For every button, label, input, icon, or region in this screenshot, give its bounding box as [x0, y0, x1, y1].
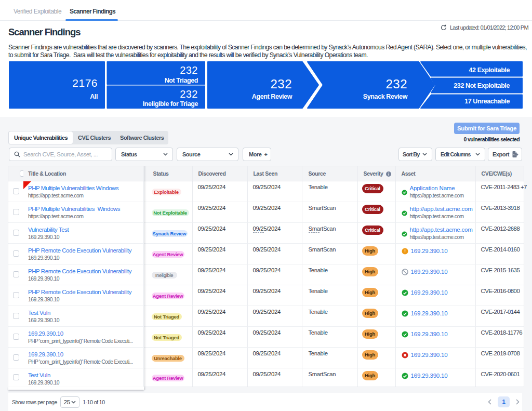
svg-text:Agent Review: Agent Review	[252, 93, 292, 100]
svg-text:232: 232	[180, 88, 198, 100]
svg-text:Ineligible for Triage: Ineligible for Triage	[143, 100, 198, 108]
svg-text:232: 232	[180, 64, 198, 76]
svg-text:All: All	[90, 93, 98, 100]
svg-text:Not Triaged: Not Triaged	[165, 77, 198, 84]
svg-text:17 Unreachable: 17 Unreachable	[464, 98, 510, 105]
svg-text:232: 232	[270, 77, 292, 91]
svg-text:232 Not Exploitable: 232 Not Exploitable	[454, 82, 510, 89]
svg-text:Synack Review: Synack Review	[363, 93, 408, 100]
svg-text:2176: 2176	[72, 77, 98, 89]
svg-text:42 Exploitable: 42 Exploitable	[469, 67, 510, 74]
svg-text:232: 232	[385, 77, 407, 91]
